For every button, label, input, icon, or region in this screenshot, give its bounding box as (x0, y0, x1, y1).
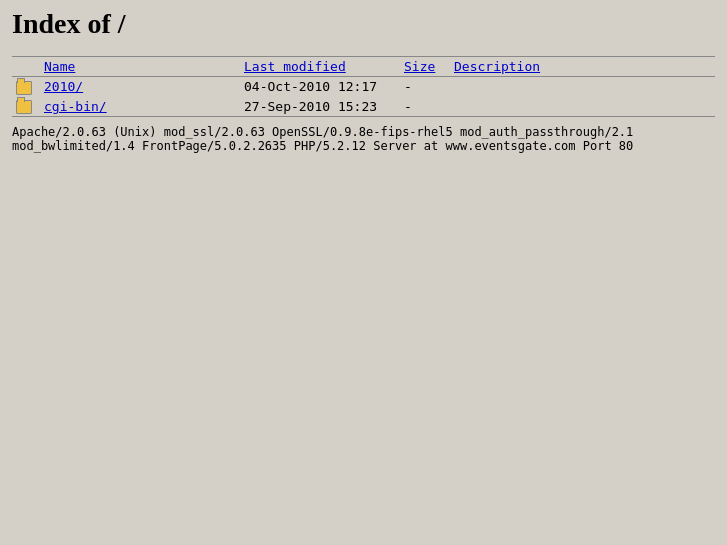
size-sort-link[interactable]: Size (404, 59, 435, 74)
description-sort-link[interactable]: Description (454, 59, 540, 74)
folder-icon (16, 100, 32, 114)
folder-icon-cell (12, 77, 40, 97)
modified-sort-link[interactable]: Last modified (244, 59, 346, 74)
size-cell: - (400, 97, 450, 117)
file-name-cell: cgi-bin/ (40, 97, 240, 117)
file-link[interactable]: 2010/ (44, 79, 83, 94)
name-sort-link[interactable]: Name (44, 59, 75, 74)
name-header: Name (40, 57, 240, 77)
modified-cell: 27-Sep-2010 15:23 (240, 97, 400, 117)
description-cell (450, 77, 715, 97)
folder-icon (16, 81, 32, 95)
file-name-cell: 2010/ (40, 77, 240, 97)
folder-icon-cell (12, 97, 40, 117)
modified-cell: 04-Oct-2010 12:17 (240, 77, 400, 97)
table-row: cgi-bin/27-Sep-2010 15:23- (12, 97, 715, 117)
description-cell (450, 97, 715, 117)
file-link[interactable]: cgi-bin/ (44, 99, 107, 114)
size-header: Size (400, 57, 450, 77)
modified-header: Last modified (240, 57, 400, 77)
size-cell: - (400, 77, 450, 97)
description-header: Description (450, 57, 715, 77)
page-title: Index of / (12, 8, 715, 40)
table-row: 2010/04-Oct-2010 12:17- (12, 77, 715, 97)
server-info: Apache/2.0.63 (Unix) mod_ssl/2.0.63 Open… (12, 125, 715, 153)
table-header-row: Name Last modified Size Description (12, 57, 715, 77)
icon-header-cell (12, 57, 40, 77)
file-listing-table: Name Last modified Size Description 2010… (12, 56, 715, 117)
